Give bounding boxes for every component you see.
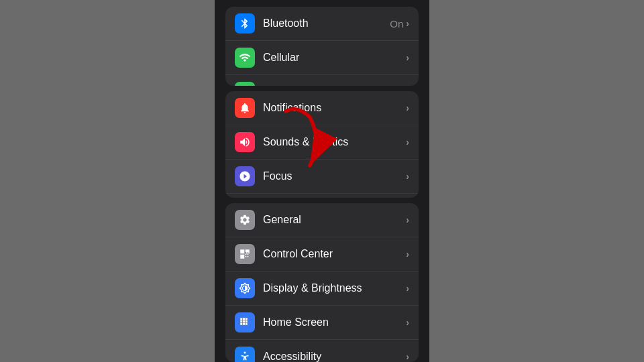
focus-icon-wrapper bbox=[235, 166, 255, 186]
display-icon-wrapper bbox=[235, 278, 255, 298]
row-control-center[interactable]: Control Center › bbox=[225, 237, 419, 272]
home-screen-chevron: › bbox=[406, 317, 409, 328]
row-accessibility[interactable]: Accessibility › bbox=[225, 340, 419, 362]
group-notifications: Notifications › Sounds & Haptics › bbox=[225, 91, 419, 198]
notifications-icon-wrapper bbox=[235, 98, 255, 118]
display-label: Display & Brightness bbox=[263, 282, 406, 294]
general-icon bbox=[239, 214, 251, 226]
row-home-screen[interactable]: Home Screen › bbox=[225, 306, 419, 340]
general-icon-wrapper bbox=[235, 210, 255, 230]
home-screen-icon bbox=[239, 316, 251, 328]
cellular-icon-wrapper bbox=[235, 48, 255, 68]
hotspot-icon-wrapper bbox=[235, 82, 255, 86]
row-personal-hotspot[interactable]: Personal Hotspot › bbox=[225, 75, 419, 86]
control-center-chevron: › bbox=[406, 249, 409, 259]
svg-point-2 bbox=[244, 351, 246, 353]
bluetooth-icon-wrapper bbox=[235, 13, 255, 34]
phone-screen: Bluetooth On › Cellular › bbox=[215, 0, 429, 362]
control-center-label: Control Center bbox=[263, 248, 406, 260]
sounds-chevron: › bbox=[406, 137, 409, 147]
notifications-label: Notifications bbox=[263, 102, 406, 114]
focus-icon bbox=[239, 170, 251, 182]
cellular-label: Cellular bbox=[263, 52, 406, 64]
accessibility-chevron: › bbox=[406, 351, 409, 362]
accessibility-icon-wrapper bbox=[235, 347, 255, 362]
home-screen-label: Home Screen bbox=[263, 316, 406, 328]
focus-label: Focus bbox=[263, 170, 406, 182]
settings-container: Bluetooth On › Cellular › bbox=[215, 0, 429, 362]
cellular-icon bbox=[239, 52, 251, 64]
notifications-chevron: › bbox=[406, 103, 409, 113]
sounds-icon bbox=[239, 136, 251, 148]
row-notifications[interactable]: Notifications › bbox=[225, 91, 419, 125]
bluetooth-label: Bluetooth bbox=[263, 17, 390, 29]
general-label: General bbox=[263, 214, 406, 226]
notifications-icon bbox=[239, 102, 251, 114]
cellular-chevron: › bbox=[406, 52, 409, 63]
group-connectivity: Bluetooth On › Cellular › bbox=[225, 7, 419, 86]
row-focus[interactable]: Focus › bbox=[225, 160, 419, 194]
row-sounds[interactable]: Sounds & Haptics › bbox=[225, 125, 419, 160]
accessibility-label: Accessibility bbox=[263, 351, 406, 362]
bluetooth-chevron: › bbox=[406, 18, 409, 29]
home-screen-icon-wrapper bbox=[235, 312, 255, 333]
display-chevron: › bbox=[406, 283, 409, 294]
row-bluetooth[interactable]: Bluetooth On › bbox=[225, 7, 419, 41]
accessibility-icon bbox=[239, 351, 251, 362]
control-center-icon-wrapper bbox=[235, 244, 255, 264]
row-cellular[interactable]: Cellular › bbox=[225, 41, 419, 75]
focus-chevron: › bbox=[406, 171, 409, 182]
row-screen-time[interactable]: Screen Time › bbox=[225, 194, 419, 198]
bluetooth-icon bbox=[239, 17, 251, 29]
bluetooth-value: On bbox=[390, 18, 403, 29]
display-icon bbox=[239, 282, 251, 294]
row-general[interactable]: General › bbox=[225, 203, 419, 237]
general-chevron: › bbox=[406, 215, 409, 225]
sounds-icon-wrapper bbox=[235, 132, 255, 152]
control-center-icon bbox=[239, 248, 251, 260]
sounds-label: Sounds & Haptics bbox=[263, 136, 406, 148]
group-display: General › Control Center › bbox=[225, 203, 419, 362]
row-display-brightness[interactable]: Display & Brightness › bbox=[225, 272, 419, 306]
